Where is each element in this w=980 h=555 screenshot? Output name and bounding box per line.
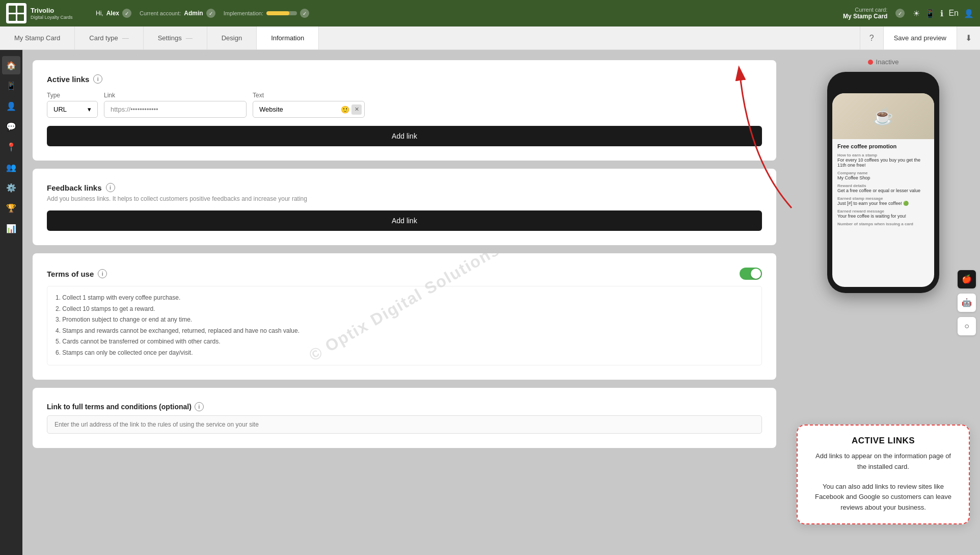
reward-value: Get a free coffee or equal or lesser val… bbox=[837, 188, 929, 193]
terms-toggle[interactable] bbox=[740, 268, 762, 280]
left-sidebar: 🏠 📱 👤 💬 📍 👥 ⚙️ 🏆 📊 bbox=[0, 50, 22, 555]
company-row: Company name My Coffee Shop bbox=[832, 169, 934, 182]
link-terms-input[interactable] bbox=[47, 415, 762, 434]
user-name: Alex bbox=[106, 10, 119, 17]
sidebar-icon-trophy[interactable]: 🏆 bbox=[2, 199, 20, 217]
current-card-label: Current card: bbox=[843, 7, 887, 13]
phone-mockup: ☕ Free coffee promotion How to earn a st… bbox=[827, 72, 939, 293]
logo-sq4 bbox=[17, 14, 24, 21]
lang-icon[interactable]: En bbox=[948, 9, 959, 18]
phone-screen: ☕ Free coffee promotion How to earn a st… bbox=[832, 93, 934, 287]
account-check-icon bbox=[206, 9, 215, 18]
card-check-icon bbox=[895, 9, 905, 18]
nav-user: Hi, Alex bbox=[96, 9, 131, 18]
right-actions: 🍎 🤖 ○ bbox=[958, 270, 976, 335]
sidebar-icon-user[interactable]: 👤 bbox=[2, 97, 20, 115]
phone-card-title: Free coffee promotion bbox=[832, 139, 934, 151]
sidebar-icon-settings[interactable]: ⚙️ bbox=[2, 178, 20, 197]
how-to-earn-value: For every 10 coffees you buy you get the… bbox=[837, 157, 929, 168]
feedback-links-header: Feedback links i bbox=[47, 183, 762, 192]
help-button[interactable]: ? bbox=[860, 27, 883, 49]
status-text: Inactive bbox=[876, 58, 899, 66]
phone-icon[interactable]: 📱 bbox=[925, 9, 935, 18]
tab-my-stamp-card-label: My Stamp Card bbox=[14, 34, 60, 42]
save-preview-button[interactable]: Save and preview bbox=[883, 27, 957, 49]
feedback-links-add-label: Add link bbox=[392, 217, 417, 225]
earned-stamp-label: Earned stamp message bbox=[837, 196, 929, 201]
link-row: Type URL ▾ Link Text 🙂 ✕ bbox=[47, 92, 762, 118]
callout: ACTIVE LINKS Add links to appear on the … bbox=[797, 425, 970, 524]
sun-icon[interactable]: ☀ bbox=[913, 9, 920, 18]
link-terms-title-text: Link to full terms and conditions (optio… bbox=[47, 403, 192, 411]
callout-line2: You can also add links to review sites l… bbox=[812, 482, 955, 513]
earned-reward-label: Earned reward message bbox=[837, 209, 929, 214]
type-label: Type bbox=[47, 92, 98, 99]
how-to-earn-label: How to earn a stamp bbox=[837, 153, 929, 157]
impl-label: Implementation: bbox=[224, 10, 263, 16]
company-label: Company name bbox=[837, 171, 929, 175]
emoji-icon[interactable]: 🙂 bbox=[341, 105, 349, 114]
terms-item-4: 4. Stamps and rewards cannot be exchange… bbox=[56, 326, 753, 337]
link-terms-info-icon[interactable]: i bbox=[195, 402, 204, 411]
account-label: Current account: bbox=[140, 10, 181, 16]
active-links-info-icon[interactable]: i bbox=[93, 74, 102, 84]
link-terms-title: Link to full terms and conditions (optio… bbox=[47, 402, 762, 411]
active-links-add-label: Add link bbox=[392, 132, 417, 140]
tab-design[interactable]: Design bbox=[207, 27, 257, 49]
stamps-label: Number of stamps when issuing a card bbox=[837, 222, 929, 226]
nav-current-card: Current card: My Stamp Card bbox=[843, 7, 887, 20]
stamps-row: Number of stamps when issuing a card bbox=[832, 220, 934, 228]
sidebar-icon-phone[interactable]: 📱 bbox=[2, 76, 20, 95]
tab-dash-1: — bbox=[122, 34, 129, 42]
terms-header: Terms of use i bbox=[47, 268, 762, 280]
tab-card-type[interactable]: Card type — bbox=[75, 27, 143, 49]
user-avatar-icon[interactable]: 👤 bbox=[964, 9, 974, 18]
apple-wallet-icon[interactable]: 🍎 bbox=[958, 270, 976, 288]
clear-icon[interactable]: ✕ bbox=[351, 104, 362, 115]
sidebar-icon-home[interactable]: 🏠 bbox=[2, 56, 20, 74]
export-button[interactable]: ⬇ bbox=[957, 27, 980, 49]
terms-info-icon[interactable]: i bbox=[98, 269, 107, 278]
text-label: Text bbox=[253, 92, 365, 99]
terms-item-6: 6. Stamps can only be collected once per… bbox=[56, 348, 753, 359]
sidebar-icon-users[interactable]: 👥 bbox=[2, 158, 20, 176]
earned-reward-value: Your free coffee is waiting for you! bbox=[837, 214, 929, 219]
tab-dash-2: — bbox=[186, 34, 193, 42]
coffee-card-icon: ☕ bbox=[873, 107, 893, 126]
qr-icon[interactable]: ○ bbox=[958, 317, 976, 335]
nav-implementation: Implementation: bbox=[224, 9, 309, 18]
active-links-add-button[interactable]: Add link bbox=[47, 126, 762, 146]
android-icon[interactable]: 🤖 bbox=[958, 294, 976, 312]
terms-title-text: Terms of use bbox=[47, 270, 94, 278]
tab-settings[interactable]: Settings — bbox=[144, 27, 207, 49]
phone-notch bbox=[863, 78, 904, 89]
impl-check-icon bbox=[300, 9, 309, 18]
link-terms-panel: Link to full terms and conditions (optio… bbox=[33, 388, 776, 448]
terms-content: 1. Collect 1 stamp with every coffee pur… bbox=[47, 286, 762, 365]
info-nav-icon[interactable]: ℹ bbox=[940, 9, 943, 18]
link-input[interactable] bbox=[104, 101, 247, 118]
tab-my-stamp-card[interactable]: My Stamp Card bbox=[0, 27, 75, 49]
sidebar-icon-location[interactable]: 📍 bbox=[2, 138, 20, 156]
status-badge: Inactive bbox=[868, 58, 899, 66]
company-value: My Coffee Shop bbox=[837, 175, 929, 180]
user-check-icon bbox=[122, 9, 131, 18]
tab-settings-label: Settings bbox=[158, 34, 182, 42]
feedback-links-info-icon[interactable]: i bbox=[106, 183, 115, 192]
nav-icons: ☀ 📱 ℹ En 👤 bbox=[913, 9, 974, 18]
active-links-title: Active links bbox=[47, 75, 89, 84]
type-field-group: Type URL ▾ bbox=[47, 92, 98, 118]
type-select[interactable]: URL ▾ bbox=[47, 101, 98, 118]
reward-row: Reward details Get a free coffee or equa… bbox=[832, 182, 934, 195]
earned-stamp-row: Earned stamp message Just [#] to earn yo… bbox=[832, 195, 934, 207]
feedback-links-add-button[interactable]: Add link bbox=[47, 210, 762, 231]
sidebar-icon-chat[interactable]: 💬 bbox=[2, 117, 20, 136]
sidebar-icon-chart[interactable]: 📊 bbox=[2, 219, 20, 237]
hi-label: Hi, bbox=[96, 10, 103, 17]
text-input-wrap: 🙂 ✕ bbox=[253, 101, 365, 118]
active-links-header: Active links i bbox=[47, 74, 762, 84]
tab-information-label: Information bbox=[271, 34, 304, 42]
tab-information[interactable]: Information bbox=[257, 27, 319, 49]
terms-item-5: 5. Cards cannot be transferred or combin… bbox=[56, 336, 753, 348]
status-dot bbox=[868, 60, 873, 65]
